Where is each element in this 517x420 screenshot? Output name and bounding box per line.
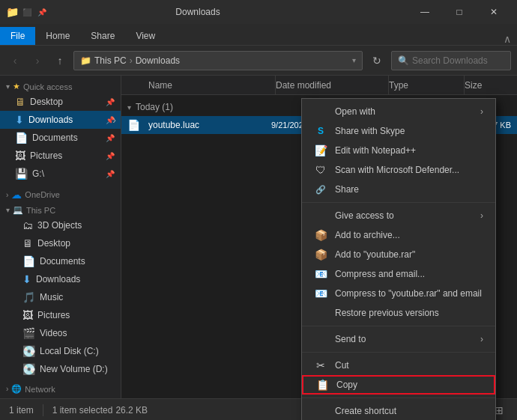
path-separator: › — [130, 55, 133, 66]
ctx-restore[interactable]: Restore previous versions — [302, 303, 495, 323]
sidebar-item-pc-downloads[interactable]: ⬇ Downloads — [0, 270, 121, 288]
status-items-count: 1 item — [9, 405, 34, 416]
ctx-sendto[interactable]: Send to › — [302, 329, 495, 349]
search-box[interactable]: 🔍 — [391, 51, 511, 70]
sidebar-item-g[interactable]: 💾 G:\ 📌 — [0, 165, 121, 183]
col-name[interactable]: Name — [121, 80, 275, 91]
ctx-open-with-label: Open with — [335, 106, 375, 117]
pin-icon-pic: 📌 — [106, 152, 115, 160]
forward-button[interactable]: › — [28, 52, 46, 70]
pin-icon-dl: 📌 — [106, 116, 115, 124]
ctx-create-shortcut[interactable]: Create shortcut — [302, 401, 495, 420]
up-button[interactable]: ↑ — [51, 52, 69, 70]
ctx-give-access[interactable]: Give access to › — [302, 206, 495, 225]
sidebar-item-localdisk[interactable]: 💽 Local Disk (C:) — [0, 342, 121, 360]
ctx-add-archive[interactable]: 📦 Add to archive... — [302, 225, 495, 245]
sidebar-item-pc-documents-label: Documents — [40, 256, 85, 267]
ctx-sep-2 — [302, 326, 495, 326]
cut-icon: ✂ — [314, 359, 327, 372]
network-chevron: › — [6, 385, 8, 393]
sidebar-item-pictures[interactable]: 🖼 Pictures 📌 — [0, 147, 121, 165]
ctx-share-label: Share — [335, 184, 359, 195]
sidebar-item-localdisk-label: Local Disk (C:) — [40, 346, 99, 356]
address-bar: ‹ › ↑ 📁 This PC › Downloads ▾ ↻ 🔍 — [0, 46, 517, 76]
sidebar-item-newvolume[interactable]: 💽 New Volume (D:) — [0, 360, 121, 378]
sidebar-item-music[interactable]: 🎵 Music — [0, 288, 121, 306]
ctx-add-archive-label: Add to archive... — [335, 230, 400, 240]
add-archive-icon: 📦 — [314, 228, 327, 242]
column-headers: Name Date modified Type Size — [121, 76, 517, 95]
sidebar-item-desktop[interactable]: 🖥 Desktop 📌 — [0, 93, 121, 111]
sidebar-item-videos[interactable]: 🎬 Videos — [0, 324, 121, 342]
sidebar-item-pc-pictures[interactable]: 🖼 Pictures — [0, 306, 121, 324]
tab-view[interactable]: View — [125, 27, 166, 45]
ctx-add-rar[interactable]: 📦 Add to "youtube.rar" — [302, 245, 495, 264]
ctx-copy-label: Copy — [336, 380, 357, 390]
title-bar: 📁 ⬛ 📌 Downloads — □ ✕ — [0, 0, 517, 24]
ctx-compress-email[interactable]: 📧 Compress and email... — [302, 264, 495, 284]
sidebar-item-pictures-label: Pictures — [30, 150, 62, 161]
col-type[interactable]: Type — [389, 80, 464, 91]
path-dropdown-icon[interactable]: ▾ — [352, 56, 356, 64]
ctx-sep-1 — [302, 202, 495, 203]
sidebar-item-newvolume-label: New Volume (D:) — [40, 364, 108, 374]
pc-documents-icon: 📄 — [22, 255, 35, 267]
ctx-copy[interactable]: 📋 Copy — [302, 375, 495, 395]
ctx-notepadpp[interactable]: 📝 Edit with Notepad++ — [302, 141, 495, 160]
sidebar-item-documents[interactable]: 📄 Documents 📌 — [0, 129, 121, 147]
tab-home[interactable]: Home — [35, 27, 80, 45]
maximize-button[interactable]: □ — [442, 0, 477, 24]
network-header: › 🌐 Network — [0, 381, 121, 395]
sidebar-item-downloads-label: Downloads — [28, 115, 73, 125]
ctx-scan[interactable]: 🛡 Scan with Microsoft Defender... — [302, 160, 495, 180]
ctx-compress-rar-email-label: Compress to "youtube.rar" and email — [335, 288, 482, 299]
ctx-compress-rar-email[interactable]: 📧 Compress to "youtube.rar" and email — [302, 284, 495, 303]
close-button[interactable]: ✕ — [477, 0, 511, 24]
pc-pictures-icon: 🖼 — [22, 309, 33, 321]
restore-icon — [314, 306, 327, 320]
pin-icon-g: 📌 — [106, 170, 115, 178]
section-chevron: ▾ — [127, 103, 131, 112]
pc-downloads-icon: ⬇ — [22, 273, 31, 285]
file-area: Name Date modified Type Size ▾ Today (1)… — [121, 76, 517, 398]
thispc-icon: 💻 — [13, 205, 23, 215]
skype-icon: S — [314, 124, 327, 138]
compress-rar-email-icon: 📧 — [314, 287, 327, 300]
status-separator-1 — [43, 404, 43, 416]
ctx-open-with[interactable]: Open with › — [302, 102, 495, 121]
search-icon: 🔍 — [398, 55, 409, 66]
ctx-notepadpp-label: Edit with Notepad++ — [335, 145, 416, 156]
refresh-button[interactable]: ↻ — [367, 51, 387, 70]
ctx-share[interactable]: 🔗 Share — [302, 180, 495, 199]
sidebar-item-3dobjects[interactable]: 🗂 3D Objects — [0, 216, 121, 234]
ctx-give-access-arrow: › — [480, 210, 483, 221]
sidebar-item-pc-documents[interactable]: 📄 Documents — [0, 252, 121, 270]
ctx-skype-label: Share with Skype — [335, 126, 405, 136]
sidebar-item-desktop-label: Desktop — [30, 97, 63, 107]
ctx-sep-4 — [302, 398, 495, 398]
sidebar-item-downloads[interactable]: ⬇ Downloads 📌 — [0, 111, 121, 129]
share-icon: 🔗 — [314, 183, 327, 196]
pictures-icon: 🖼 — [15, 150, 25, 162]
path-thispc: This PC — [94, 55, 127, 66]
col-size[interactable]: Size — [465, 80, 517, 91]
ctx-cut[interactable]: ✂ Cut — [302, 356, 495, 375]
search-input[interactable] — [412, 55, 517, 66]
ribbon: File Home Share View ∧ — [0, 24, 517, 46]
thispc-header: ▾ 💻 This PC — [0, 202, 121, 216]
file-name: youtube.luac — [148, 120, 271, 130]
sidebar-item-pc-desktop[interactable]: 🖥 Desktop — [0, 234, 121, 252]
minimize-button[interactable]: — — [408, 0, 442, 24]
window-title: Downloads — [0, 7, 403, 17]
sendto-icon — [314, 332, 327, 346]
back-button[interactable]: ‹ — [6, 52, 24, 70]
sidebar-item-music-label: Music — [40, 292, 63, 302]
ctx-skype[interactable]: S Share with Skype — [302, 121, 495, 141]
ribbon-expand-btn[interactable]: ∧ — [504, 33, 511, 45]
onedrive-chevron: › — [6, 191, 8, 199]
path-downloads: Downloads — [136, 55, 180, 66]
col-date[interactable]: Date modified — [276, 80, 388, 91]
tab-file[interactable]: File — [0, 27, 35, 45]
address-path[interactable]: 📁 This PC › Downloads ▾ — [73, 51, 363, 70]
tab-share[interactable]: Share — [80, 27, 125, 45]
